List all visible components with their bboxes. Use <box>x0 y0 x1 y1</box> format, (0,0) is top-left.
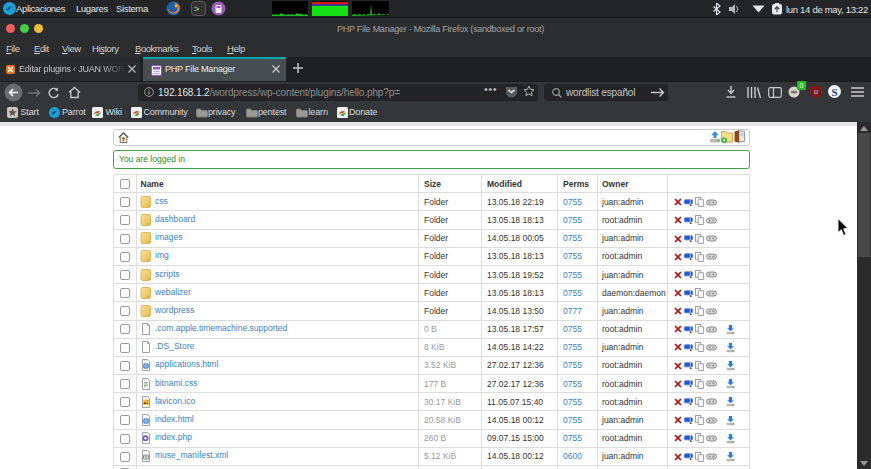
svg-text:u: u <box>814 88 818 95</box>
svg-text:>: > <box>194 5 199 15</box>
svg-text:S: S <box>831 86 837 98</box>
